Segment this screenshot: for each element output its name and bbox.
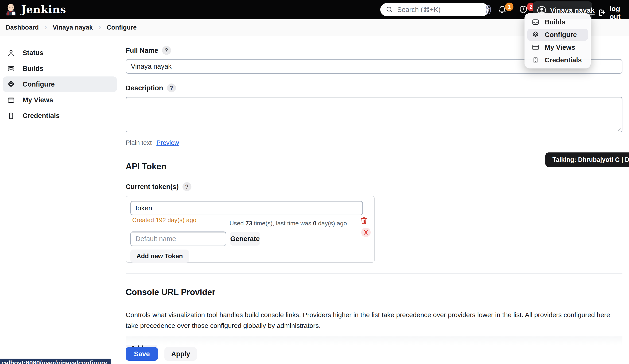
link-status-url: calhost:8080/user/vinaya/configure — [0, 359, 111, 364]
menu-item-label: Credentials — [545, 56, 582, 64]
logout-label: log out — [610, 5, 629, 21]
current-tokens-label: Current token(s) — [126, 183, 179, 191]
full-name-label: Full Name — [126, 47, 158, 54]
description-label: Description — [126, 84, 163, 92]
menu-item-label: Builds — [545, 18, 566, 26]
sidebar-item-label: Builds — [22, 65, 43, 73]
token-created-text: Created 192 day(s) ago — [132, 216, 196, 224]
builds-icon — [531, 18, 539, 26]
apply-button[interactable]: Apply — [164, 347, 197, 361]
window-icon — [7, 96, 15, 104]
configure-form: Full Name ? Description ? Plain text Pre… — [126, 36, 623, 355]
full-name-help-icon[interactable]: ? — [162, 46, 171, 55]
logout-icon — [598, 8, 607, 17]
jenkins-logo[interactable]: Jenkins — [4, 2, 66, 16]
delete-token-button[interactable] — [359, 216, 369, 225]
token-used-days: 0 — [313, 220, 316, 227]
sidebar-nav: Status Builds Configure My Views Credent… — [3, 45, 117, 124]
sidebar-item-label: Status — [22, 49, 43, 57]
id-card-icon — [7, 112, 15, 120]
gear-icon — [7, 81, 15, 89]
builds-icon — [7, 65, 15, 73]
sidebar-item-configure[interactable]: Configure — [3, 77, 117, 92]
jenkins-butler-icon — [4, 2, 18, 16]
breadcrumb-configure[interactable]: Configure — [103, 22, 140, 34]
save-button[interactable]: Save — [126, 347, 158, 361]
menu-item-label: My Views — [545, 44, 575, 51]
breadcrumb-separator-icon: › — [44, 22, 47, 32]
breadcrumb-dashboard[interactable]: Dashboard — [2, 22, 42, 34]
new-token-name-input[interactable] — [130, 231, 226, 246]
token-used-count: 73 — [245, 220, 252, 227]
description-help-icon[interactable]: ? — [167, 84, 176, 92]
menu-item-configure[interactable]: Configure — [527, 29, 588, 41]
generate-token-button[interactable]: Generate — [230, 232, 260, 246]
description-textarea[interactable] — [126, 97, 623, 132]
sidebar-item-builds[interactable]: Builds — [3, 61, 117, 77]
id-card-icon — [531, 56, 539, 64]
console-url-heading: Console URL Provider — [126, 287, 623, 297]
person-icon — [7, 49, 15, 57]
logout-button[interactable]: log out — [598, 5, 629, 21]
sidebar-item-label: My Views — [22, 96, 53, 104]
resize-grip-icon[interactable] — [617, 128, 621, 132]
description-mode-label: Plain text — [126, 139, 152, 147]
trash-icon — [359, 216, 369, 225]
breadcrumb-user[interactable]: Vinaya nayak — [49, 22, 96, 34]
token-usage-text: Used 73 time(s), last time was 0 day(s) … — [229, 220, 347, 227]
x-icon: X — [364, 229, 368, 236]
token-name-input[interactable] — [130, 201, 363, 215]
menu-item-builds[interactable]: Builds — [527, 16, 588, 28]
search-input[interactable] — [397, 6, 486, 14]
sidebar-item-credentials[interactable]: Credentials — [3, 108, 117, 124]
console-url-description: Controls what visualization tool handles… — [126, 309, 623, 331]
search-help-icon[interactable]: ? — [486, 5, 491, 14]
menu-item-credentials[interactable]: Credentials — [527, 54, 588, 66]
sidebar-item-status[interactable]: Status — [3, 45, 117, 61]
section-divider — [126, 273, 623, 274]
preview-link[interactable]: Preview — [157, 139, 179, 147]
search-box[interactable]: ? — [380, 3, 489, 16]
current-tokens-help-icon[interactable]: ? — [182, 182, 191, 191]
sidebar-item-label: Configure — [22, 81, 55, 88]
sidebar-item-label: Credentials — [22, 112, 60, 120]
menu-item-my-views[interactable]: My Views — [527, 41, 588, 53]
token-list-box: Created 192 day(s) ago Used 73 time(s), … — [126, 196, 375, 263]
breadcrumb-separator-icon: › — [98, 22, 101, 32]
talking-now-toast: Talking: Dhrubajyoti C | DevRel En... — [545, 152, 629, 167]
jenkins-logo-text: Jenkins — [21, 3, 66, 15]
menu-item-label: Configure — [545, 31, 577, 39]
notifications-badge[interactable]: 1 — [505, 2, 513, 11]
search-icon — [385, 6, 393, 14]
add-new-token-button[interactable]: Add new Token — [130, 250, 189, 263]
gear-icon — [531, 31, 539, 39]
user-dropdown-menu: Builds Configure My Views Credentials — [524, 13, 591, 69]
cancel-new-token-button[interactable]: X — [361, 228, 371, 237]
sidebar-item-my-views[interactable]: My Views — [3, 92, 117, 108]
jenkins-user-configure-page: Jenkins ? 1 2 Vinaya nayak — [0, 0, 629, 364]
action-bar-fade — [126, 336, 623, 345]
window-icon — [531, 43, 539, 51]
